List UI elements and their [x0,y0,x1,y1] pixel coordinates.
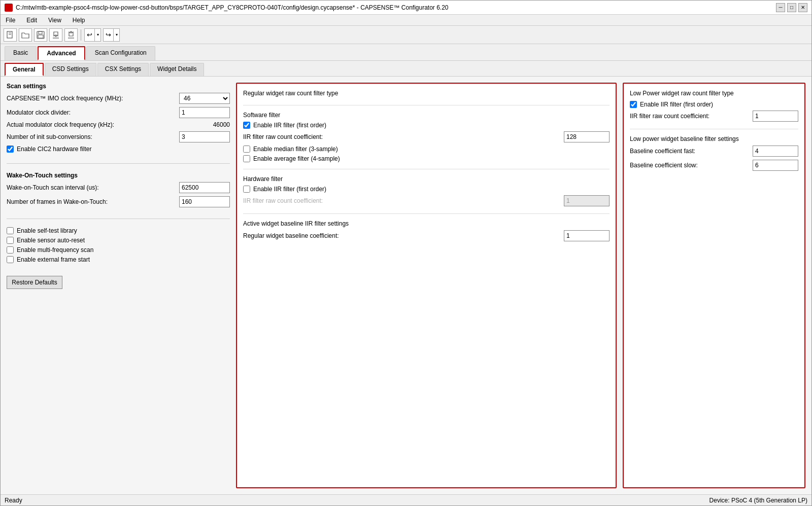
right-baseline-title: Low power widget baseline filter setting… [630,135,798,142]
wot-settings-section: Wake-On-Touch settings Wake-on-Touch sca… [7,172,230,210]
menu-help[interactable]: Help [70,16,88,25]
baseline-slow-input[interactable] [753,160,798,171]
enable-iir-sw-checkbox[interactable] [243,122,250,129]
menu-view[interactable]: View [45,16,64,25]
baseline-fast-input[interactable] [753,146,798,157]
scan-settings-section: Scan settings CAPSENSE™ IMO clock freque… [7,83,230,155]
imo-clock-select[interactable]: 46 48 24 [179,93,230,104]
app-icon [5,4,13,12]
middle-divider-top [243,105,610,105]
tab-advanced[interactable]: Advanced [38,46,85,60]
actual-freq-label: Actual modulator clock frequency (kHz): [7,121,213,128]
divider-2 [7,219,230,219]
enable-cic2-row: Enable CIC2 hardware filter [7,146,230,153]
baseline-coeff-input[interactable] [564,230,610,241]
enable-average-checkbox[interactable] [243,155,250,162]
import-button[interactable] [64,28,78,42]
enable-median-row: Enable median filter (3-sample) [243,146,610,153]
enable-iir-sw-label: Enable IIR filter (first order) [253,122,326,129]
undo-dropdown[interactable]: ▾ [95,28,101,42]
enable-iir-hw-checkbox[interactable] [243,186,250,193]
enable-sensor-reset-label: Enable sensor auto-reset [17,237,85,244]
save-button[interactable] [34,28,47,42]
baseline-fast-row: Baseline coefficient fast: [630,146,798,157]
actual-freq-row: Actual modulator clock frequency (kHz): … [7,121,230,128]
menu-edit[interactable]: Edit [23,16,40,25]
enable-average-label: Enable average filter (4-sample) [253,155,340,162]
baseline-coeff-row: Regular widget baseline coefficient: [243,230,610,241]
redo-button[interactable]: ↪ [103,28,114,42]
menu-file[interactable]: File [3,16,18,25]
software-filter-title: Software filter [243,112,610,119]
restore-defaults-button[interactable]: Restore Defaults [7,276,62,289]
tab-csd-settings[interactable]: CSD Settings [45,63,96,76]
enable-cic2-checkbox[interactable] [7,146,14,153]
export-icon [52,31,60,39]
content-area: Scan settings CAPSENSE™ IMO clock freque… [1,77,811,494]
middle-divider-mid [243,169,610,169]
tab-widget-details[interactable]: Widget Details [150,63,204,76]
enable-ext-frame-checkbox[interactable] [7,256,14,263]
wot-title: Wake-On-Touch settings [7,172,230,179]
save-icon [37,31,45,39]
scan-settings-title: Scan settings [7,83,230,90]
iir-coeff-right-label: IIR filter raw count coefficient: [630,113,753,120]
window-title: C:/mtw/mtb-example-psoc4-msclp-low-power… [16,4,449,11]
num-init-sub-row: Number of init sub-conversions: [7,131,230,142]
enable-self-test-row: Enable self-test library [7,227,230,234]
baseline-fast-label: Baseline coefficient fast: [630,148,753,155]
new-button[interactable] [4,28,17,42]
undo-group: ↩ ▾ [84,28,101,42]
tab-csx-settings[interactable]: CSX Settings [97,63,149,76]
iir-hw-coeff-label: IIR filter raw count coefficient: [243,197,564,204]
status-left: Ready [5,497,22,504]
actual-freq-value: 46000 [213,121,230,128]
undo-button[interactable]: ↩ [84,28,95,42]
maximize-button[interactable]: □ [787,3,796,12]
sub-tabs: General CSD Settings CSX Settings Widget… [1,61,811,77]
num-frames-input[interactable] [179,196,230,207]
wot-scan-interval-label: Wake-on-Touch scan interval (us): [7,184,179,191]
middle-divider-bot [243,213,610,214]
redo-dropdown[interactable]: ▾ [114,28,120,42]
tab-general[interactable]: General [5,63,44,76]
enable-multi-freq-label: Enable multi-frequency scan [17,246,93,254]
iir-coeff-row: IIR filter raw count coefficient: [243,131,610,142]
status-bar: Ready Device: PSoC 4 (5th Generation LP) [1,494,811,505]
enable-sensor-reset-row: Enable sensor auto-reset [7,237,230,244]
baseline-slow-row: Baseline coefficient slow: [630,160,798,171]
close-button[interactable]: ✕ [798,3,807,12]
enable-ext-frame-label: Enable external frame start [17,256,90,263]
enable-iir-right-checkbox[interactable] [630,101,637,108]
enable-ext-frame-row: Enable external frame start [7,256,230,263]
iir-coeff-right-input[interactable] [753,111,798,122]
export-button[interactable] [49,28,62,42]
iir-hw-coeff-input [564,195,610,206]
minimize-button[interactable]: ─ [776,3,785,12]
enable-iir-hw-row: Enable IIR filter (first order) [243,186,610,193]
middle-panel-title: Regular widget raw count filter type [243,90,610,97]
tab-scan-configuration[interactable]: Scan Configuration [86,46,155,60]
enable-sensor-reset-checkbox[interactable] [7,237,14,244]
menu-bar: File Edit View Help [1,15,811,26]
open-button[interactable] [19,28,32,42]
num-frames-row: Number of frames in Wake-on-Touch: [7,196,230,207]
enable-self-test-checkbox[interactable] [7,227,14,234]
toolbar-separator [81,29,81,41]
wot-scan-interval-input[interactable] [179,182,230,193]
right-panel: Low Power widget raw count filter type E… [623,83,805,488]
enable-median-checkbox[interactable] [243,146,250,153]
num-init-sub-input[interactable] [179,131,230,142]
hardware-filter-title: Hardware filter [243,175,610,183]
extra-options-section: Enable self-test library Enable sensor a… [7,227,230,266]
modulator-divider-input[interactable] [179,107,230,118]
iir-coeff-input[interactable] [564,131,610,142]
redo-group: ↪ ▾ [103,28,120,42]
baseline-slow-label: Baseline coefficient slow: [630,162,753,169]
enable-iir-right-row: Enable IIR filter (first order) [630,101,798,108]
tab-basic[interactable]: Basic [5,46,37,60]
enable-multi-freq-checkbox[interactable] [7,246,14,254]
title-bar-left: C:/mtw/mtb-example-psoc4-msclp-low-power… [5,4,449,12]
title-bar-controls: ─ □ ✕ [776,3,807,12]
import-icon [67,31,75,39]
